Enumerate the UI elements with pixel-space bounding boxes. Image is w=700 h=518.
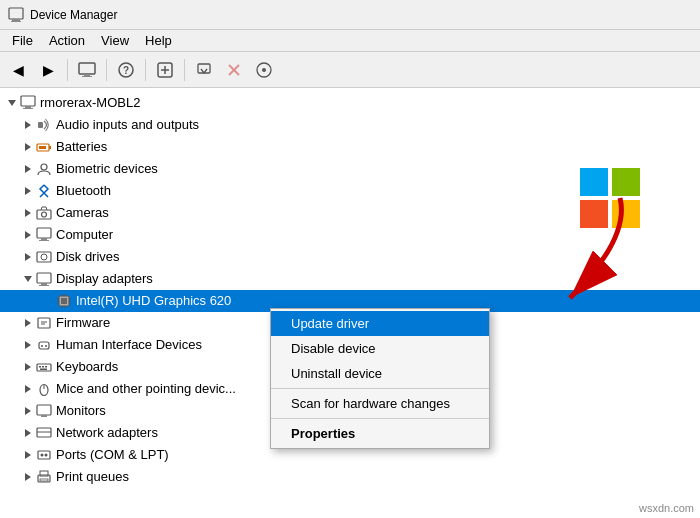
expand-icon-bluetooth[interactable] [20, 183, 36, 199]
tree-label-firmware: Firmware [56, 313, 110, 334]
toolbar: ◀ ▶ ? [0, 52, 700, 88]
context-menu-item-uninstall-device[interactable]: Uninstall device [271, 361, 489, 386]
expand-icon-audio[interactable] [20, 117, 36, 133]
svg-rect-85 [612, 168, 640, 196]
tree-label-printqueues: Print queues [56, 467, 129, 488]
svg-rect-58 [39, 342, 49, 349]
tree-label-intel: Intel(R) UHD Graphics 620 [76, 291, 231, 312]
print-icon [36, 469, 52, 485]
expand-icon-keyboards[interactable] [20, 359, 36, 375]
context-menu-item-disable-device[interactable]: Disable device [271, 336, 489, 361]
expand-icon-printqueues[interactable] [20, 469, 36, 485]
toolbar-scan-icon[interactable] [151, 56, 179, 84]
menu-file[interactable]: File [4, 31, 41, 50]
chip-icon [56, 293, 72, 309]
toolbar-back[interactable]: ◀ [4, 56, 32, 84]
expand-icon-firmware[interactable] [20, 315, 36, 331]
svg-rect-33 [37, 228, 51, 238]
tree-label-bluetooth: Bluetooth [56, 181, 111, 202]
svg-rect-66 [40, 369, 47, 371]
tree-label-biometric: Biometric devices [56, 159, 158, 180]
svg-rect-4 [84, 74, 90, 76]
computer-icon [20, 95, 36, 111]
svg-rect-83 [40, 479, 48, 481]
tree-label-root: rmorerax-MOBL2 [40, 93, 140, 114]
expand-icon-ports[interactable] [20, 447, 36, 463]
display-icon [36, 271, 52, 287]
tree-item-printqueues[interactable]: Print queues [0, 466, 700, 488]
expand-icon-computer[interactable] [20, 227, 36, 243]
expand-icon-intel[interactable] [40, 293, 56, 309]
svg-rect-84 [580, 168, 608, 196]
context-menu-separator [271, 388, 489, 389]
svg-rect-25 [49, 146, 51, 149]
tree-item-batteries[interactable]: Batteries [0, 136, 700, 158]
svg-rect-2 [11, 21, 21, 22]
svg-rect-30 [37, 210, 51, 219]
title-bar-title: Device Manager [30, 8, 117, 22]
toolbar-scan-hardware[interactable] [250, 56, 278, 84]
context-menu-item-update-driver[interactable]: Update driver [271, 311, 489, 336]
expand-icon-hid[interactable] [20, 337, 36, 353]
tree-label-keyboards: Keyboards [56, 357, 118, 378]
svg-rect-3 [79, 63, 95, 74]
expand-icon-displayadapters[interactable] [20, 271, 36, 287]
svg-point-78 [41, 454, 44, 457]
tree-label-ports: Ports (COM & LPT) [56, 445, 169, 466]
svg-rect-87 [612, 200, 640, 228]
svg-rect-0 [9, 8, 23, 19]
svg-rect-35 [39, 240, 49, 241]
toolbar-sep1 [67, 59, 68, 81]
expand-icon-cameras[interactable] [20, 205, 36, 221]
svg-rect-41 [41, 283, 47, 285]
menu-help[interactable]: Help [137, 31, 180, 50]
toolbar-update[interactable] [190, 56, 218, 84]
context-menu: Update driverDisable deviceUninstall dev… [270, 308, 490, 449]
tree-label-audio: Audio inputs and outputs [56, 115, 199, 136]
svg-marker-53 [25, 319, 31, 327]
svg-rect-24 [39, 146, 46, 149]
keyboard-icon [36, 359, 52, 375]
svg-point-15 [262, 68, 266, 72]
windows-logo [580, 168, 640, 228]
expand-icon-monitors[interactable] [20, 403, 36, 419]
expand-icon-biometric[interactable] [20, 161, 36, 177]
expand-icon-network[interactable] [20, 425, 36, 441]
expand-icon-mice[interactable] [20, 381, 36, 397]
battery-icon [36, 139, 52, 155]
context-menu-item-properties[interactable]: Properties [271, 421, 489, 446]
svg-rect-21 [38, 122, 43, 128]
tree-view[interactable]: rmorerax-MOBL2Audio inputs and outputsBa… [0, 88, 700, 518]
svg-rect-54 [38, 318, 50, 328]
bluetooth-icon [36, 183, 52, 199]
tree-item-audio[interactable]: Audio inputs and outputs [0, 114, 700, 136]
svg-rect-34 [41, 238, 47, 240]
toolbar-uninstall[interactable] [220, 56, 248, 84]
tree-item-root[interactable]: rmorerax-MOBL2 [0, 92, 700, 114]
svg-rect-77 [38, 451, 50, 459]
menu-view[interactable]: View [93, 31, 137, 50]
menu-action[interactable]: Action [41, 31, 93, 50]
disk-icon [36, 249, 52, 265]
svg-marker-32 [25, 231, 31, 239]
svg-marker-67 [25, 385, 31, 393]
monitor-icon [36, 403, 52, 419]
toolbar-help[interactable]: ? [112, 56, 140, 84]
svg-rect-18 [25, 106, 31, 108]
expand-icon-batteries[interactable] [20, 139, 36, 155]
network-icon [36, 425, 52, 441]
menu-bar: File Action View Help [0, 30, 700, 52]
toolbar-computer[interactable] [73, 56, 101, 84]
context-menu-item-scan-hardware[interactable]: Scan for hardware changes [271, 391, 489, 416]
expand-icon-diskdrives[interactable] [20, 249, 36, 265]
mouse-icon [36, 381, 52, 397]
toolbar-forward[interactable]: ▶ [34, 56, 62, 84]
svg-marker-57 [25, 341, 31, 349]
tree-item-displayadapters[interactable]: Display adapters [0, 268, 700, 290]
svg-marker-20 [25, 121, 31, 129]
svg-rect-11 [198, 64, 210, 73]
context-menu-separator [271, 418, 489, 419]
expand-icon-root[interactable] [4, 95, 20, 111]
tree-label-computer: Computer [56, 225, 113, 246]
tree-item-diskdrives[interactable]: Disk drives [0, 246, 700, 268]
